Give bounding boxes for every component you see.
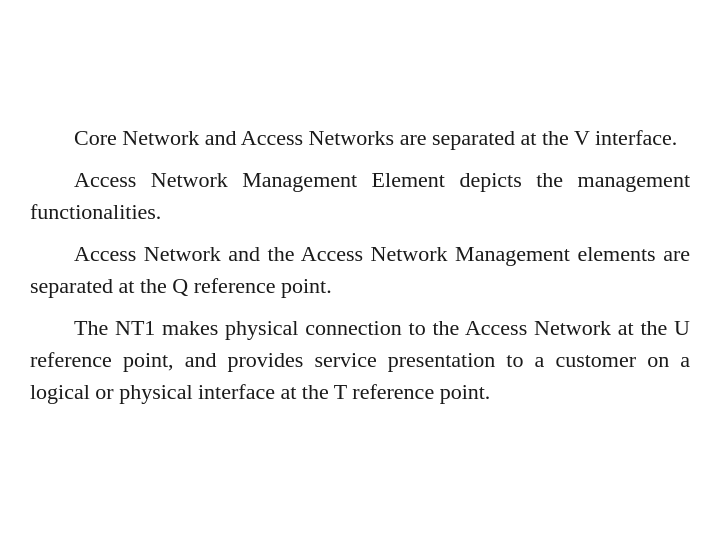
paragraph-4-text: The NT1 makes physical connection to the…	[30, 315, 690, 404]
paragraph-3: Access Network and the Access Network Ma…	[30, 238, 690, 302]
paragraph-3-text: Access Network and the Access Network Ma…	[30, 241, 690, 298]
paragraph-2-text: Access Network Management Element depict…	[30, 167, 690, 224]
paragraph-1-text: Core Network and Access Networks are sep…	[74, 125, 677, 150]
paragraph-2: Access Network Management Element depict…	[30, 164, 690, 228]
paragraph-4: The NT1 makes physical connection to the…	[30, 312, 690, 408]
main-content: Core Network and Access Networks are sep…	[20, 102, 700, 437]
paragraph-1: Core Network and Access Networks are sep…	[30, 122, 690, 154]
